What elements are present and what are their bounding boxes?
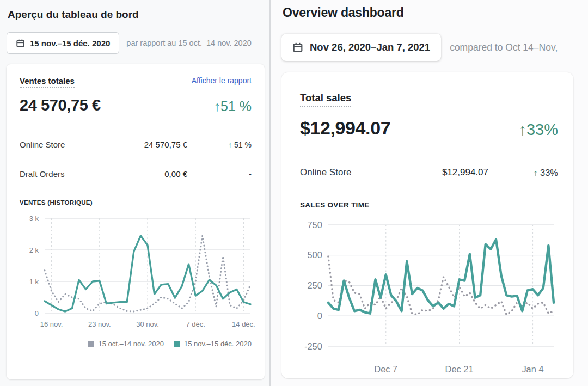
delta-value: 51 % — [234, 140, 252, 149]
screen: Aperçu du tableau de bord 15 nov.–15 déc… — [0, 0, 588, 386]
svg-text:16 nov.: 16 nov. — [40, 320, 63, 328]
total-sales-card: Ventes totales Afficher le rapport 24 57… — [7, 64, 265, 379]
svg-text:0: 0 — [35, 309, 39, 317]
svg-text:-250: -250 — [304, 341, 322, 351]
svg-text:23 nov.: 23 nov. — [88, 320, 111, 328]
date-range-label: Nov 26, 2020–Jan 7, 2021 — [310, 41, 430, 53]
sales-history-chart: 01 k2 k3 k16 nov.23 nov.30 nov.7 déc.14 … — [20, 213, 252, 330]
svg-text:750: 750 — [307, 220, 322, 230]
svg-text:250: 250 — [307, 280, 322, 290]
trend-value: 33% — [526, 121, 558, 138]
channel-delta: ↑ 33% — [488, 168, 558, 178]
legend-item-current-period: 15 nov.–15 déc. 2020 — [174, 340, 252, 348]
view-report-link[interactable]: Afficher le rapport — [192, 76, 252, 85]
legend-label: 15 nov.–15 déc. 2020 — [184, 340, 252, 348]
trend-up-arrow-icon: ↑ — [214, 99, 221, 114]
calendar-icon — [16, 39, 25, 48]
comparison-period-label: compared to Oct 14–Nov, — [450, 42, 558, 53]
chart-section-title: VENTES (HISTORIQUE) — [20, 199, 252, 206]
channel-label: Online Store — [20, 140, 100, 149]
delta-value: 33% — [540, 168, 558, 177]
channel-value: 24 570,75 € — [100, 140, 187, 149]
legend-swatch-gray — [88, 341, 94, 347]
channel-value: 0,00 € — [100, 169, 187, 179]
svg-text:7 déc.: 7 déc. — [186, 320, 205, 328]
svg-text:14 déc.: 14 déc. — [232, 320, 255, 328]
svg-text:Dec 21: Dec 21 — [445, 364, 474, 374]
date-filter-row: Nov 26, 2020–Jan 7, 2021 compared to Oct… — [281, 34, 588, 61]
panel-english-dashboard: Overview dashboard Nov 26, 2020–Jan 7, 2… — [271, 0, 588, 386]
channel-row-draft-orders: Draft Orders 0,00 € - — [20, 169, 252, 179]
trend-up-arrow-icon: ↑ — [518, 121, 526, 138]
page-title: Aperçu du tableau de bord — [8, 9, 269, 21]
svg-text:3 k: 3 k — [29, 215, 39, 223]
panel-french-dashboard: Aperçu du tableau de bord 15 nov.–15 déc… — [0, 0, 269, 386]
sales-over-time-chart: -2500250500750Dec 7Dec 21Jan 4 — [300, 216, 558, 378]
chart-section-title: SALES OVER TIME — [300, 201, 558, 209]
total-sales-value: $12,994.07 — [300, 118, 390, 139]
svg-text:1 k: 1 k — [29, 278, 39, 286]
channel-row-online-store: Online Store $12,994.07 ↑ 33% — [300, 167, 558, 178]
svg-text:Dec 7: Dec 7 — [374, 364, 397, 374]
legend-swatch-teal — [174, 341, 180, 347]
svg-text:0: 0 — [317, 311, 322, 321]
total-sales-card: Total sales $12,994.07 ↑33% Online Store… — [281, 72, 573, 378]
date-range-button[interactable]: 15 nov.–15 déc. 2020 — [7, 32, 119, 54]
chart-legend: 15 oct.–14 nov. 2020 15 nov.–15 déc. 202… — [20, 340, 252, 348]
trend-value: 51 % — [220, 99, 252, 114]
svg-text:2 k: 2 k — [29, 246, 39, 254]
date-range-label: 15 nov.–15 déc. 2020 — [30, 39, 110, 48]
channel-delta: - — [187, 170, 252, 179]
channel-delta: ↑ 51 % — [187, 140, 252, 149]
channel-label: Online Store — [300, 167, 390, 178]
page-title: Overview dashboard — [283, 5, 588, 20]
date-range-button[interactable]: Nov 26, 2020–Jan 7, 2021 — [281, 34, 441, 61]
channel-row-online-store: Online Store 24 570,75 € ↑ 51 % — [20, 140, 252, 149]
metric-title[interactable]: Ventes totales — [20, 76, 75, 88]
date-filter-row: 15 nov.–15 déc. 2020 par rapport au 15 o… — [7, 32, 269, 54]
metric-title[interactable]: Total sales — [300, 92, 351, 107]
up-arrow-icon: ↑ — [533, 168, 537, 177]
svg-text:Jan 4: Jan 4 — [522, 364, 543, 374]
trend-badge: ↑33% — [518, 121, 558, 139]
calendar-icon — [292, 42, 303, 53]
total-sales-value: 24 570,75 € — [20, 96, 101, 114]
channel-value: $12,994.07 — [390, 167, 488, 178]
trend-badge: ↑51 % — [214, 99, 252, 114]
up-arrow-icon: ↑ — [228, 140, 232, 149]
legend-item-previous-period: 15 oct.–14 nov. 2020 — [88, 340, 163, 348]
svg-text:500: 500 — [307, 250, 322, 260]
svg-text:30 nov.: 30 nov. — [136, 320, 159, 328]
channel-label: Draft Orders — [20, 169, 100, 179]
legend-label: 15 oct.–14 nov. 2020 — [98, 340, 163, 348]
comparison-period-label: par rapport au 15 oct.–14 nov. 2020 — [126, 39, 251, 47]
